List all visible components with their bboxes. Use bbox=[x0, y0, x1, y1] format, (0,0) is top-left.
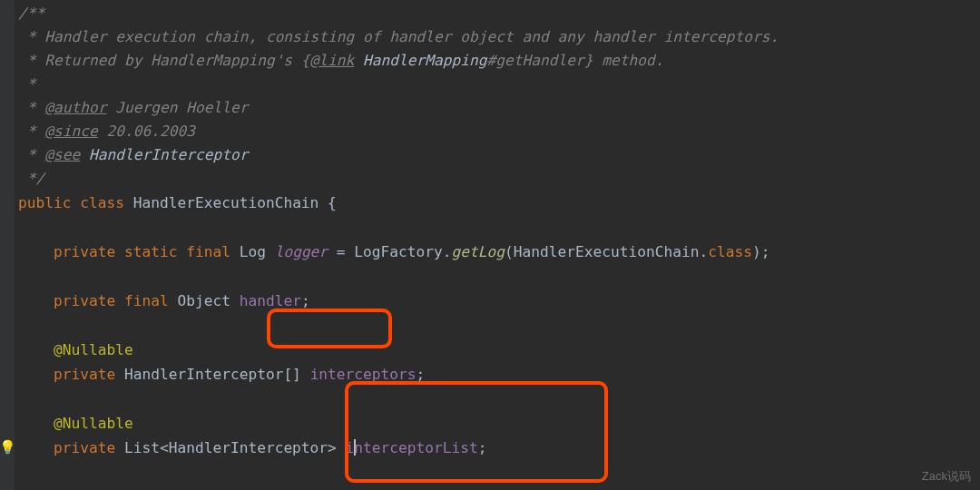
code-line[interactable]: @Nullable bbox=[0, 411, 980, 436]
code-line[interactable] bbox=[0, 215, 980, 240]
method-call: getLog bbox=[452, 243, 505, 260]
type: Log bbox=[240, 243, 275, 260]
code-line[interactable]: * Returned by HandlerMapping's {@link Ha… bbox=[0, 49, 980, 73]
code-line[interactable]: @Nullable bbox=[0, 338, 980, 362]
modifiers: private static final bbox=[18, 243, 240, 260]
annotation-nullable: @Nullable bbox=[18, 415, 133, 432]
field-name: nterceptorList bbox=[354, 439, 477, 456]
annotation-nullable: @Nullable bbox=[18, 341, 133, 358]
field-name: interceptors bbox=[310, 366, 416, 383]
javadoc-text: Juergen Hoeller bbox=[106, 99, 248, 116]
code-line[interactable]: */ bbox=[0, 167, 980, 191]
code-line[interactable]: * @see HandlerInterceptor bbox=[0, 143, 980, 167]
punct: ); bbox=[752, 243, 770, 260]
type: HandlerInterceptor[] bbox=[124, 366, 310, 383]
modifiers: private bbox=[18, 439, 124, 456]
javadoc-text: * Returned by HandlerMapping's { bbox=[18, 52, 310, 69]
field-name: handler bbox=[240, 292, 301, 309]
javadoc-link-class: HandlerMapping bbox=[354, 52, 486, 69]
code-line[interactable] bbox=[0, 387, 980, 411]
javadoc-open: /** bbox=[18, 5, 44, 22]
javadoc-tag-see: @see bbox=[44, 146, 80, 163]
code-line[interactable]: private static final Log logger = LogFac… bbox=[0, 240, 980, 264]
javadoc-tag-since: @since bbox=[44, 122, 97, 140]
expr: (HandlerExecutionChain. bbox=[505, 243, 708, 260]
type: Object bbox=[177, 292, 239, 309]
javadoc-text: * Handler execution chain, consisting of… bbox=[18, 28, 779, 45]
code-line[interactable]: private final Object handler; bbox=[0, 289, 980, 313]
javadoc-text: * bbox=[18, 146, 44, 163]
javadoc-text: * bbox=[18, 75, 36, 93]
code-line[interactable]: /** bbox=[0, 2, 980, 25]
code-line[interactable] bbox=[0, 313, 980, 338]
code-line[interactable]: private HandlerInterceptor[] interceptor… bbox=[0, 362, 980, 387]
punct: ; bbox=[301, 292, 310, 309]
javadoc-close: */ bbox=[18, 170, 44, 187]
modifiers: private final bbox=[18, 292, 177, 309]
javadoc-text: 20.06.2003 bbox=[98, 122, 195, 140]
field-name: logger bbox=[275, 243, 328, 260]
javadoc-text: * bbox=[18, 122, 44, 140]
javadoc-text: #getHandler} method. bbox=[487, 52, 664, 69]
keyword-class: class bbox=[708, 243, 752, 260]
modifiers: private bbox=[18, 366, 124, 383]
image-watermark: Zack说码 bbox=[922, 468, 971, 485]
expr: = LogFactory. bbox=[328, 243, 451, 260]
code-line[interactable] bbox=[0, 264, 980, 289]
punct: ; bbox=[478, 439, 487, 456]
javadoc-link-class: HandlerInterceptor bbox=[80, 146, 248, 163]
javadoc-tag-author: @author bbox=[44, 99, 106, 116]
code-line[interactable]: * @author Juergen Hoeller bbox=[0, 96, 980, 120]
javadoc-tag-link: @link bbox=[310, 52, 355, 69]
type: List<HandlerInterceptor> bbox=[124, 439, 346, 456]
keywords: public class bbox=[18, 194, 133, 211]
code-line[interactable]: * Handler execution chain, consisting of… bbox=[0, 25, 980, 49]
code-editor[interactable]: /** * Handler execution chain, consistin… bbox=[0, 0, 980, 490]
code-line[interactable]: 💡 private List<HandlerInterceptor> inter… bbox=[0, 436, 980, 460]
class-name: HandlerExecutionChain bbox=[133, 194, 328, 211]
javadoc-text: * bbox=[18, 99, 44, 116]
code-line[interactable]: * bbox=[0, 73, 980, 96]
brace: { bbox=[328, 194, 337, 211]
code-line[interactable]: * @since 20.06.2003 bbox=[0, 120, 980, 143]
punct: ; bbox=[416, 366, 426, 383]
code-line[interactable]: public class HandlerExecutionChain { bbox=[0, 191, 980, 215]
intention-bulb-icon[interactable]: 💡 bbox=[0, 436, 16, 460]
field-name: i bbox=[346, 439, 355, 456]
